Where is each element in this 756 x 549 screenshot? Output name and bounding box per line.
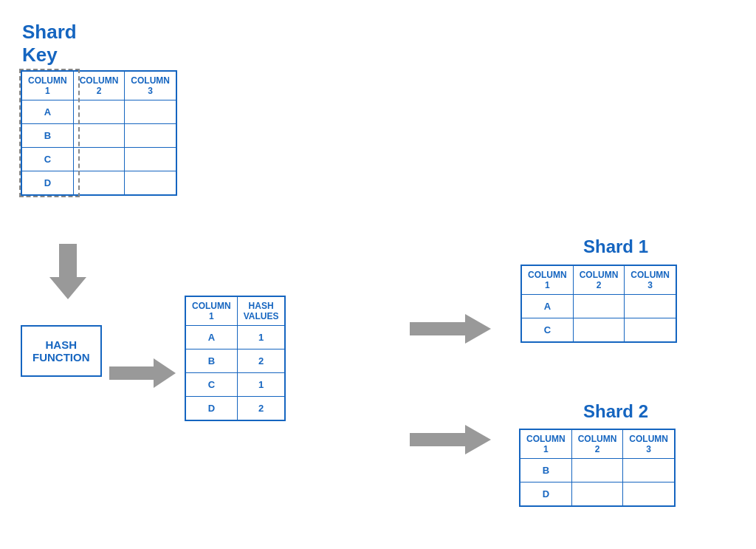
shard2-table: COLUMN1 COLUMN2 COLUMN3 B D [519, 429, 676, 507]
cell-c-1: C [21, 148, 73, 171]
source-col2-header: COLUMN2 [73, 71, 125, 100]
source-table-wrapper: COLUMN1 COLUMN2 COLUMN3 A B C [21, 70, 177, 199]
cell-d-3 [125, 171, 176, 195]
hash-row-d-val: 2 [237, 397, 285, 420]
shard2-row-b-2 [571, 459, 623, 482]
table-row: C [21, 148, 176, 171]
hash-function-box: HASH FUNCTION [21, 325, 102, 377]
shard1-row-a: A [521, 295, 573, 318]
shard1-row-c-3 [625, 318, 676, 342]
table-row: D 2 [185, 397, 285, 420]
cell-b-3 [125, 124, 176, 148]
cell-a-1: A [21, 100, 73, 124]
shard-key-title: Shard [22, 21, 77, 43]
shard2-row-b-3 [623, 459, 675, 482]
hash-table-wrapper: COLUMN1 HASHVALUES A 1 B 2 C 1 D 2 [185, 296, 286, 421]
svg-marker-2 [410, 314, 491, 344]
cell-d-2 [73, 171, 125, 195]
hash-row-d-col: D [185, 397, 237, 420]
table-row: B [21, 124, 176, 148]
hash-row-b-col: B [185, 349, 237, 373]
shard2-col2-header: COLUMN2 [571, 429, 623, 459]
hash-row-a-val: 1 [237, 326, 285, 349]
shard1-col3-header: COLUMN3 [625, 265, 676, 295]
shard-key-title2: Key [22, 44, 58, 66]
table-row: A 1 [185, 326, 285, 349]
hash-col1-header: COLUMN1 [185, 296, 237, 326]
source-col3-header: COLUMN3 [125, 71, 176, 100]
cell-c-3 [125, 148, 176, 171]
shard2-title: Shard 2 [583, 401, 648, 421]
table-row: D [520, 482, 675, 506]
hash-row-c-col: C [185, 373, 237, 397]
cell-a-2 [73, 100, 125, 124]
hash-function-label: HASH FUNCTION [32, 338, 90, 364]
table-row: C [521, 318, 676, 342]
table-row: A [521, 295, 676, 318]
svg-marker-0 [49, 244, 86, 299]
shard-key-label: Shard Key [22, 21, 77, 67]
shard1-col1-header: COLUMN1 [521, 265, 573, 295]
table-row: B 2 [185, 349, 285, 373]
source-col1-header: COLUMN1 [21, 71, 73, 100]
table-row: A [21, 100, 176, 124]
arrow-right-shard2 [410, 421, 491, 458]
cell-a-3 [125, 100, 176, 124]
hash-values-header: HASHVALUES [237, 296, 285, 326]
shard2-row-b: B [520, 459, 571, 482]
shard1-table: COLUMN1 COLUMN2 COLUMN3 A C [520, 265, 677, 343]
hash-row-b-val: 2 [237, 349, 285, 373]
table-row: C 1 [185, 373, 285, 397]
cell-c-2 [73, 148, 125, 171]
shard1-col2-header: COLUMN2 [573, 265, 625, 295]
shard1-title: Shard 1 [583, 236, 648, 256]
arrow-down [46, 244, 90, 299]
shard2-row-d-2 [571, 482, 623, 506]
table-row: D [21, 171, 176, 195]
shard1-table-wrapper: COLUMN1 COLUMN2 COLUMN3 A C [520, 265, 677, 343]
shard2-col3-header: COLUMN3 [623, 429, 675, 459]
shard1-row-c-2 [573, 318, 625, 342]
arrow-right-shard1 [410, 310, 491, 347]
shard1-label: Shard 1 [583, 236, 648, 257]
hash-row-a-col: A [185, 326, 237, 349]
hash-table: COLUMN1 HASHVALUES A 1 B 2 C 1 D 2 [185, 296, 286, 421]
svg-marker-3 [410, 425, 491, 454]
arrow-right-hash [109, 355, 176, 392]
shard1-row-a-2 [573, 295, 625, 318]
cell-b-1: B [21, 124, 73, 148]
source-table: COLUMN1 COLUMN2 COLUMN3 A B C [21, 70, 177, 196]
cell-b-2 [73, 124, 125, 148]
hash-row-c-val: 1 [237, 373, 285, 397]
shard2-table-wrapper: COLUMN1 COLUMN2 COLUMN3 B D [519, 429, 676, 507]
table-row: B [520, 459, 675, 482]
shard2-row-d-3 [623, 482, 675, 506]
shard2-row-d: D [520, 482, 571, 506]
svg-marker-1 [109, 358, 176, 388]
shard1-row-a-3 [625, 295, 676, 318]
shard1-row-c: C [521, 318, 573, 342]
shard2-label: Shard 2 [583, 401, 648, 422]
shard2-col1-header: COLUMN1 [520, 429, 571, 459]
cell-d-1: D [21, 171, 73, 195]
